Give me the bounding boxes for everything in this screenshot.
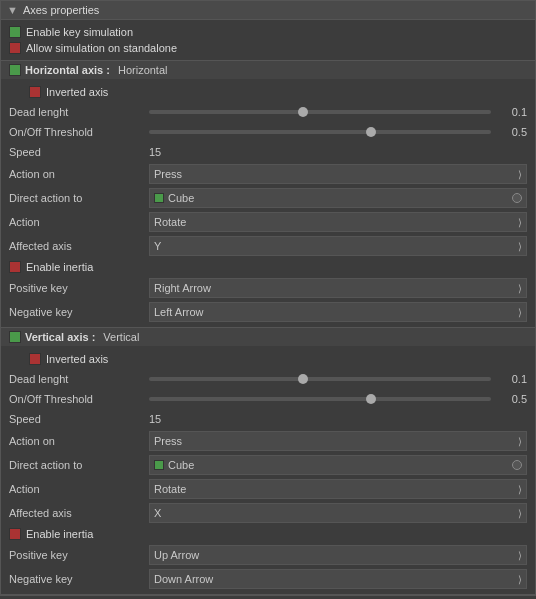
h-direct-action-wrapper: Cube: [149, 188, 527, 208]
v-inverted-axis-row: Inverted axis: [1, 349, 535, 369]
h-positive-key-wrapper: Right Arrow ⟩: [149, 278, 527, 298]
h-negative-key-label: Negative key: [9, 306, 149, 318]
h-action-dropdown[interactable]: Rotate ⟩: [149, 212, 527, 232]
v-inertia-label: Enable inertia: [26, 528, 93, 540]
v-dead-length-thumb[interactable]: [298, 374, 308, 384]
v-action-on-value: Press: [154, 435, 182, 447]
h-speed-row: Speed 15: [1, 142, 535, 162]
top-section: Enable key simulation Allow simulation o…: [1, 20, 535, 61]
enable-key-sim-checkbox[interactable]: [9, 26, 21, 38]
h-negative-key-row: Negative key Left Arrow ⟩: [1, 300, 535, 324]
h-positive-key-dropdown[interactable]: Right Arrow ⟩: [149, 278, 527, 298]
h-enable-inertia-row[interactable]: Enable inertia: [1, 258, 535, 276]
v-enable-inertia-row[interactable]: Enable inertia: [1, 525, 535, 543]
v-positive-key-dropdown[interactable]: Up Arrow ⟩: [149, 545, 527, 565]
h-on-off-track[interactable]: [149, 130, 491, 134]
v-on-off-thumb[interactable]: [366, 394, 376, 404]
h-affected-axis-arrow: ⟩: [518, 241, 522, 252]
h-inverted-label: Inverted axis: [46, 86, 108, 98]
v-affected-axis-row: Affected axis X ⟩: [1, 501, 535, 525]
v-inverted-label: Inverted axis: [46, 353, 108, 365]
allow-standalone-label: Allow simulation on standalone: [26, 42, 177, 54]
h-action-on-dropdown[interactable]: Press ⟩: [149, 164, 527, 184]
v-inertia-checkbox[interactable]: [9, 528, 21, 540]
h-action-on-label: Action on: [9, 168, 149, 180]
horizontal-axis-checkbox[interactable]: [9, 64, 21, 76]
v-speed-row: Speed 15: [1, 409, 535, 429]
v-direct-action-check: [154, 460, 164, 470]
v-positive-key-row: Positive key Up Arrow ⟩: [1, 543, 535, 567]
v-action-on-arrow: ⟩: [518, 436, 522, 447]
v-action-dropdown[interactable]: Rotate ⟩: [149, 479, 527, 499]
h-dead-length-label: Dead lenght: [9, 106, 149, 118]
h-on-off-slider-container: 0.5: [149, 126, 527, 138]
v-dead-length-slider-container: 0.1: [149, 373, 527, 385]
h-positive-key-label: Positive key: [9, 282, 149, 294]
v-negative-key-value: Down Arrow: [154, 573, 213, 585]
panel-header: ▼ Axes properties: [1, 1, 535, 20]
enable-key-sim-label: Enable key simulation: [26, 26, 133, 38]
h-inverted-inner[interactable]: Inverted axis: [29, 86, 108, 98]
h-positive-key-value: Right Arrow: [154, 282, 211, 294]
v-positive-key-wrapper: Up Arrow ⟩: [149, 545, 527, 565]
h-on-off-thumb[interactable]: [366, 127, 376, 137]
h-direct-action-check: [154, 193, 164, 203]
h-negative-key-value: Left Arrow: [154, 306, 204, 318]
h-action-label: Action: [9, 216, 149, 228]
h-action-arrow: ⟩: [518, 217, 522, 228]
h-negative-key-wrapper: Left Arrow ⟩: [149, 302, 527, 322]
v-on-off-track[interactable]: [149, 397, 491, 401]
h-dead-length-slider-container: 0.1: [149, 106, 527, 118]
collapse-arrow[interactable]: ▼: [7, 4, 18, 16]
v-action-on-dropdown[interactable]: Press ⟩: [149, 431, 527, 451]
horizontal-axis-body: Inverted axis Dead lenght 0.1 On/Off Thr…: [1, 79, 535, 327]
h-direct-action-dropdown[interactable]: Cube: [149, 188, 527, 208]
vertical-axis-header: Vertical axis : Vertical: [1, 328, 535, 346]
h-direct-action-row: Direct action to Cube: [1, 186, 535, 210]
v-direct-action-dropdown[interactable]: Cube: [149, 455, 527, 475]
v-inverted-inner[interactable]: Inverted axis: [29, 353, 108, 365]
h-on-off-row: On/Off Threshold 0.5: [1, 122, 535, 142]
h-direct-action-radio[interactable]: [512, 193, 522, 203]
v-on-off-label: On/Off Threshold: [9, 393, 149, 405]
panel-title: Axes properties: [23, 4, 99, 16]
v-affected-axis-dropdown[interactable]: X ⟩: [149, 503, 527, 523]
v-direct-action-radio[interactable]: [512, 460, 522, 470]
h-dead-length-value: 0.1: [497, 106, 527, 118]
vertical-axis-checkbox[interactable]: [9, 331, 21, 343]
v-dead-length-row: Dead lenght 0.1: [1, 369, 535, 389]
h-negative-key-arrow: ⟩: [518, 307, 522, 318]
vertical-axis-name: Vertical: [103, 331, 139, 343]
h-action-row: Action Rotate ⟩: [1, 210, 535, 234]
h-dead-length-thumb[interactable]: [298, 107, 308, 117]
v-negative-key-wrapper: Down Arrow ⟩: [149, 569, 527, 589]
vertical-axis-label: Vertical axis :: [25, 331, 95, 343]
h-speed-value: 15: [149, 146, 527, 158]
h-dead-length-track[interactable]: [149, 110, 491, 114]
v-dead-length-value: 0.1: [497, 373, 527, 385]
h-action-value: Rotate: [154, 216, 186, 228]
h-inertia-checkbox[interactable]: [9, 261, 21, 273]
v-inverted-checkbox[interactable]: [29, 353, 41, 365]
h-inertia-label: Enable inertia: [26, 261, 93, 273]
v-affected-axis-dropdown-wrapper: X ⟩: [149, 503, 527, 523]
v-negative-key-dropdown[interactable]: Down Arrow ⟩: [149, 569, 527, 589]
v-positive-key-arrow: ⟩: [518, 550, 522, 561]
h-negative-key-dropdown[interactable]: Left Arrow ⟩: [149, 302, 527, 322]
v-dead-length-track[interactable]: [149, 377, 491, 381]
v-affected-axis-arrow: ⟩: [518, 508, 522, 519]
h-speed-num: 15: [149, 146, 161, 158]
h-affected-axis-dropdown[interactable]: Y ⟩: [149, 236, 527, 256]
enable-key-sim-row[interactable]: Enable key simulation: [9, 24, 527, 40]
v-action-arrow: ⟩: [518, 484, 522, 495]
axes-properties-panel: ▼ Axes properties Enable key simulation …: [0, 0, 536, 596]
h-positive-key-arrow: ⟩: [518, 283, 522, 294]
v-direct-action-wrapper: Cube: [149, 455, 527, 475]
allow-standalone-checkbox[interactable]: [9, 42, 21, 54]
h-action-on-arrow: ⟩: [518, 169, 522, 180]
h-on-off-value: 0.5: [497, 126, 527, 138]
allow-standalone-row[interactable]: Allow simulation on standalone: [9, 40, 527, 56]
h-inverted-checkbox[interactable]: [29, 86, 41, 98]
v-affected-axis-value: X: [154, 507, 161, 519]
h-inverted-axis-row: Inverted axis: [1, 82, 535, 102]
